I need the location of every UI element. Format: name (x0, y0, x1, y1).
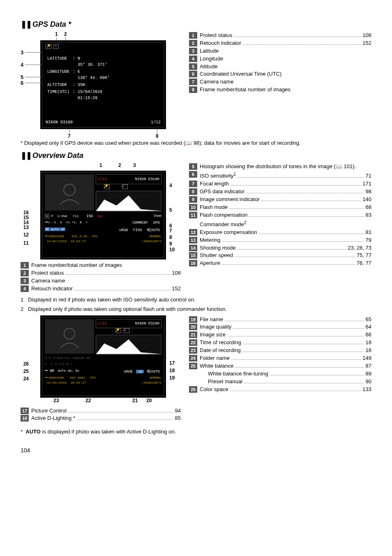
protect-icon: 🔑 (104, 184, 110, 189)
retouch-icon: ✎ (53, 44, 59, 49)
ref-number: 25 (189, 363, 197, 369)
callout-1: 1 (55, 31, 58, 37)
ref-number: 4 (21, 285, 29, 292)
gps-screen: 🔑 ✎ LATITUDE: N 35° 36. 371' LONGITUDE: … (40, 40, 166, 129)
ref-number: 5 (189, 63, 197, 70)
ref-number: 8 (189, 86, 197, 93)
ref-row: 12Exposure compensation81 (189, 229, 371, 236)
ref-row: White balance fine-tuning89 (189, 371, 371, 378)
footnote-2: 2Displayed only if photo was taken using… (21, 306, 371, 312)
ref-row: 15Shutter speed75, 77 (189, 252, 371, 259)
ref-row: 1Frame number/total number of images (21, 262, 181, 269)
ref-row: Commander mode2 (189, 220, 371, 228)
ref-row: 18Active D-Lighting *85 (21, 415, 181, 422)
ref-row: 6ISO sensitivity171 (189, 171, 371, 180)
ref-row: 19File name65 (189, 316, 371, 323)
ref-row: 16Aperture76, 77 (189, 260, 371, 267)
ref-number: 10 (189, 204, 197, 211)
overview-screen-2: 1/12 NIKON D3100 🔑 ✎ ⊡ P 1/250 F11 ISO10… (40, 315, 166, 398)
ref-number: 23 (189, 347, 197, 354)
ref-number: 16 (189, 260, 197, 266)
ref-number: 15 (189, 252, 197, 259)
camera-name: NIKON D3100 (46, 120, 73, 125)
ref-number: 1 (189, 32, 197, 39)
gps-ref-list: 1Protect status1082Retouch indicator 152… (189, 31, 371, 94)
ref-row: 22Time of recording18 (189, 339, 371, 346)
overview-screen-1: 1/12 NIKON D3100 🔑 ✎ (40, 171, 166, 259)
ref-row: 2Retouch indicator 152 (189, 40, 371, 47)
frame-counter: 1/12 (151, 120, 161, 125)
ref-row: 4Retouch indicator152 (21, 285, 181, 292)
ref-number: 20 (189, 324, 197, 330)
ref-row: 3Camera name (21, 278, 181, 285)
ref-number: 19 (189, 316, 197, 323)
ref-row: 24Folder name149 (189, 355, 371, 362)
ref-row: 14Shooting mode23, 28, 73 (189, 245, 371, 252)
ref-row: 5Altitude (189, 63, 371, 70)
ref-number: 18 (21, 415, 29, 422)
ref-number: 2 (189, 40, 197, 46)
ref-row: 3Latitude (189, 48, 371, 55)
ref-row: 2Protect status108 (21, 270, 181, 277)
ref-number: 26 (189, 386, 197, 393)
ref-row: 5Histogram showing the distribution of t… (189, 163, 371, 170)
ref-row: 13Metering79 (189, 237, 371, 244)
page-number: 104 (21, 447, 371, 454)
ref-row: 25White balance 87 (189, 363, 371, 370)
ov-callout-2: 2 (118, 162, 121, 168)
ref-number: 12 (189, 229, 197, 236)
ref-row: 8GPS data indicator98 (189, 188, 371, 195)
ov-callout-3: 3 (133, 162, 136, 168)
ref-row: 1Protect status108 (189, 32, 371, 39)
ref-number: 21 (189, 331, 197, 338)
ref-row: 9Image comment indicator140 (189, 196, 371, 203)
gps-note: * Displayed only if GPS device was used … (21, 140, 371, 146)
ref-number: 5 (189, 163, 197, 170)
ref-number: 4 (189, 56, 197, 62)
callout-4: 4 (21, 62, 23, 68)
ref-number: 2 (21, 270, 29, 276)
section-title-overview: Overview Data (21, 151, 371, 160)
callout-6: 6 (21, 80, 23, 86)
ref-number: 22 (189, 339, 197, 346)
callout-3: 3 (21, 49, 23, 56)
ref-number: 11 (189, 212, 197, 218)
callout-2: 2 (64, 31, 67, 37)
svg-point-0 (64, 184, 75, 196)
ref-row: 21Image size66 (189, 331, 371, 338)
ref-row: 4Longitude (189, 56, 371, 63)
ov-callout-1: 1 (99, 162, 102, 168)
ref-number: 7 (189, 79, 197, 85)
section-title-gps: GPS Data * (21, 20, 371, 29)
ref-number: 8 (189, 188, 197, 195)
ref-number: 3 (189, 48, 197, 54)
ref-row: 7Focal length 171 (189, 181, 371, 188)
ref-number: 13 (189, 237, 197, 243)
callout-5: 5 (21, 74, 23, 80)
ref-number: 24 (189, 355, 197, 361)
ref-row: 11Flash compensation83 (189, 212, 371, 219)
footnote-1: 1Displayed in red if photo was taken wit… (21, 297, 371, 303)
ref-row: 26Color space133 (189, 386, 371, 393)
ref-row: 10Flash mode68 (189, 204, 371, 211)
ref-row: 23Date of recording18 (189, 347, 371, 354)
callout-8: 8 (156, 133, 159, 139)
ref-number: 9 (189, 196, 197, 203)
ref-row: 7Camera name (189, 79, 371, 86)
retouch-icon: ✎ (122, 184, 128, 189)
ref-number: 14 (189, 245, 197, 251)
ref-number: 6 (189, 171, 197, 178)
ref-row: 17Picture Control94 (21, 408, 181, 415)
ref-number: 17 (21, 408, 29, 414)
ref-row: 20Image quality 64 (189, 324, 371, 331)
ref-row: 6Coordinated Universal Time (UTC) (189, 71, 371, 78)
ref-row: 8Frame number/total number of images (189, 86, 371, 93)
ref-number: 1 (21, 262, 29, 269)
ref-number: 6 (189, 71, 197, 77)
svg-point-1 (64, 328, 75, 339)
callout-7: 7 (68, 133, 71, 139)
ref-number: 7 (189, 181, 197, 187)
protect-icon: 🔑 (46, 44, 51, 49)
ref-row: Preset manual90 (189, 378, 371, 385)
ref-number: 3 (21, 278, 29, 284)
